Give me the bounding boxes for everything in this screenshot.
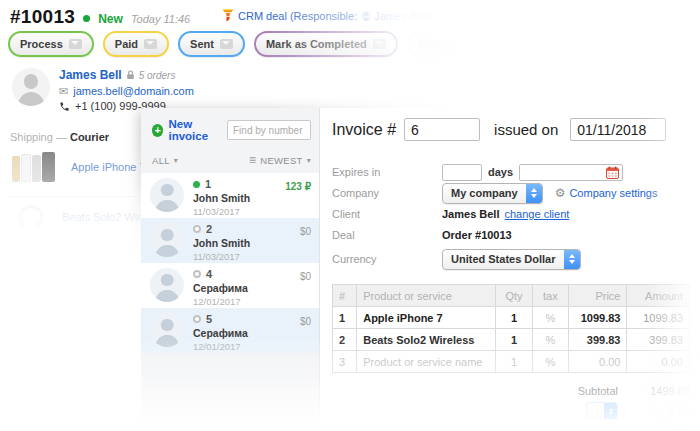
table-row: 2 Beats Solo2 Wireless 1 % 399.83 399.83: [333, 329, 690, 351]
status-dot-icon: [83, 15, 90, 22]
select-stepper-icon: [526, 184, 542, 203]
expires-days-input[interactable]: [442, 164, 482, 181]
order-status: New: [98, 12, 123, 26]
invoice-amount: $0: [300, 316, 311, 327]
invoice-list-item[interactable]: 1 John Smith 11/03/2017 123 ₽: [141, 173, 319, 218]
mail-icon: [220, 39, 233, 49]
crm-deal-link[interactable]: CRM deal (Responsible: James Bell): [222, 9, 432, 22]
amount-cell: 1099.83: [627, 307, 690, 329]
tax-cell[interactable]: %: [532, 351, 568, 373]
avatar: [150, 223, 184, 257]
table-row-placeholder: 3 Product or service name 1 % 0.00 0.00: [333, 351, 690, 373]
price-cell[interactable]: 1099.83: [568, 307, 626, 329]
subtotal-value: 1499.66: [618, 385, 690, 397]
shipped-product: Apple iPhone 7: [12, 152, 146, 182]
process-button[interactable]: Process: [8, 31, 94, 57]
sent-button[interactable]: Sent: [178, 31, 245, 57]
company-select[interactable]: My company: [442, 183, 543, 204]
order-timestamp: Today 11:46: [131, 13, 190, 25]
price-cell[interactable]: 0.00: [568, 351, 626, 373]
filter-all-dropdown[interactable]: ALL▾: [152, 155, 178, 166]
product-cell[interactable]: Product or service name: [357, 351, 496, 373]
shipping-method: Courier: [70, 131, 109, 143]
chevron-down-icon: ▾: [174, 156, 178, 165]
headphones-thumbnail: [16, 203, 44, 231]
amount-cell: 0.00: [627, 351, 690, 373]
product-link[interactable]: Apple iPhone 7: [71, 161, 146, 173]
status-dot-icon: [193, 270, 201, 278]
avatar: [150, 268, 184, 302]
status-dot-icon: [193, 315, 201, 323]
product-cell[interactable]: Apple iPhone 7: [357, 307, 496, 329]
envelope-icon: ✉: [59, 86, 68, 97]
invoice-detail: Invoice # issued on Expires in days: [320, 108, 700, 431]
invoice-amount: $0: [300, 271, 311, 282]
new-invoice-button[interactable]: + New invoice: [152, 118, 227, 142]
product-cell[interactable]: Beats Solo2 Wireless: [357, 329, 496, 351]
expires-label: Expires in: [332, 166, 442, 178]
subtotal-label: Subtotal: [578, 385, 618, 397]
delete-button[interactable]: Delete: [407, 31, 483, 57]
plus-icon: +: [152, 124, 163, 137]
select-stepper-icon: [604, 403, 617, 419]
invoice-items-table: # Product or service Qty tax Price Amoun…: [332, 284, 690, 373]
change-client-link[interactable]: change client: [504, 208, 569, 220]
total-label: Total: [595, 425, 618, 431]
gear-icon: ⚙: [555, 186, 566, 200]
deal-value: Order #10013: [442, 229, 512, 241]
order-header: #10013 New Today 11:46: [10, 6, 190, 28]
tax-cell[interactable]: %: [532, 307, 568, 329]
calendar-icon[interactable]: [606, 166, 619, 179]
responsible-avatar: [361, 11, 371, 21]
table-header-row: # Product or service Qty tax Price Amoun…: [333, 285, 690, 307]
currency-label: Currency: [332, 253, 442, 265]
status-dot-icon: [193, 225, 201, 233]
shipping-line: Shipping — Courier: [10, 131, 109, 143]
deal-label: Deal: [332, 229, 442, 241]
chevron-down-icon: ▾: [307, 156, 311, 165]
iphone-thumbnail: [12, 152, 55, 182]
currency-select[interactable]: United States Dollar: [442, 249, 581, 270]
price-cell[interactable]: 399.83: [568, 329, 626, 351]
select-stepper-icon: [564, 250, 580, 269]
invoice-number-input[interactable]: [404, 118, 480, 141]
client-name-link[interactable]: James Bell: [59, 68, 122, 82]
client-label: Client: [332, 208, 442, 220]
company-label: Company: [332, 187, 442, 199]
company-settings-link[interactable]: Company settings: [569, 187, 657, 199]
issued-date-input[interactable]: [570, 118, 666, 141]
qty-cell[interactable]: 1: [496, 307, 532, 329]
invoice-list-item[interactable]: 4 Серафима 12/01/2017 $0: [141, 263, 319, 308]
qty-cell[interactable]: 1: [496, 329, 532, 351]
divider: [8, 196, 136, 197]
funnel-icon: [222, 9, 234, 22]
client-value: James Bell: [442, 208, 499, 220]
mail-icon: [69, 39, 82, 49]
tax-cell[interactable]: %: [532, 329, 568, 351]
order-actions: Process Paid Sent Mark as Completed Dele…: [8, 31, 483, 57]
sort-newest-dropdown[interactable]: ≡ NEWEST▾: [249, 154, 311, 166]
issued-on-label: issued on: [494, 121, 558, 138]
invoice-list-header: + New invoice ALL▾ ≡ NEWEST▾: [141, 108, 319, 173]
amount-cell: 399.83: [627, 329, 690, 351]
invoice-amount: 123 ₽: [285, 181, 311, 192]
discount-select[interactable]: [586, 402, 618, 420]
invoice-title: Invoice #: [332, 121, 396, 139]
discount-value: 0.00: [618, 405, 690, 417]
qty-cell[interactable]: 1: [496, 351, 532, 373]
crm-deal-responsible: James Bell): [361, 10, 431, 22]
invoice-list-column: + New invoice ALL▾ ≡ NEWEST▾ 1 Jo: [141, 108, 320, 431]
mail-icon: [373, 39, 386, 49]
paid-button[interactable]: Paid: [103, 31, 169, 57]
invoice-list-item[interactable]: 5 Серафима 12/01/2017 $0: [141, 308, 319, 353]
crm-deal-label: CRM deal (Responsible:: [238, 10, 357, 22]
invoice-list-item[interactable]: 2 John Smith 11/03/2017 $0: [141, 218, 319, 263]
client-email-link[interactable]: james.bell@domain.com: [73, 85, 194, 97]
find-by-number-input[interactable]: [227, 120, 311, 140]
invoice-panel: + New invoice ALL▾ ≡ NEWEST▾ 1 Jo: [141, 108, 700, 431]
avatar: [150, 178, 184, 212]
days-label: days: [488, 166, 513, 178]
mark-completed-button[interactable]: Mark as Completed: [254, 31, 398, 57]
totals-block: Subtotal 1499.66 0.00 Total 1499.66: [332, 382, 690, 431]
mail-icon: [144, 39, 157, 49]
